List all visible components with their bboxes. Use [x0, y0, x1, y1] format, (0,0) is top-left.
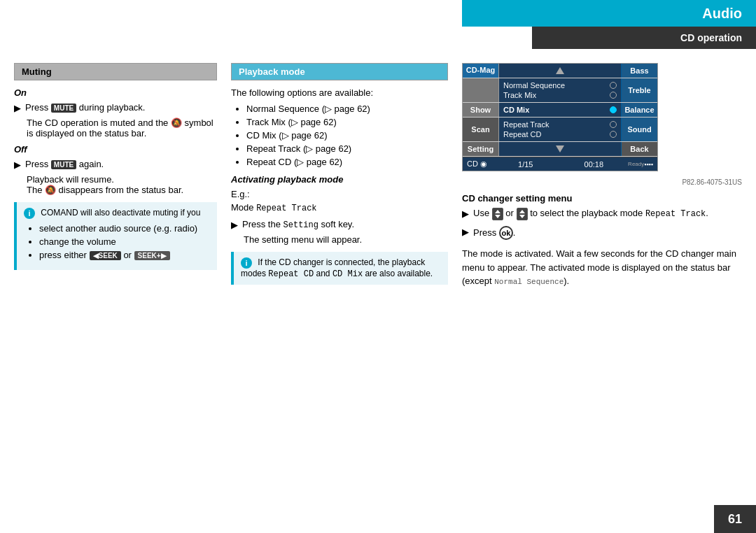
- option-2: Track Mix (▷ page 62): [246, 117, 448, 127]
- cd-signal: ▪▪▪▪: [644, 161, 653, 168]
- tri-down-icon: [495, 215, 500, 218]
- setting-code: Setting: [284, 220, 318, 230]
- cd-row-5: Setting Back: [463, 142, 657, 157]
- cd-top-center: [499, 64, 621, 78]
- bullet-item-3: press either ◀SEEK or SEEK+▶: [39, 250, 210, 260]
- cd-center-2: Normal Sequence Track Mix: [499, 78, 621, 102]
- track-mix-radio[interactable]: [610, 92, 617, 99]
- normal-seq-item: Normal Sequence: [503, 80, 617, 90]
- info-box-mid: i If the CD changer is connected, the pl…: [231, 252, 448, 285]
- mode-code: Repeat Track: [256, 204, 316, 213]
- option-3: CD Mix (▷ page 62): [246, 130, 448, 141]
- arrow-icon-4: ▶: [462, 208, 469, 219]
- result-text: The mode is activated. Wait a few second…: [462, 247, 742, 288]
- subheader-bar: CD operation: [532, 27, 756, 49]
- cd-bottom-row: CD ◉ 1/15 00:18 Ready ▪▪▪▪: [463, 157, 657, 171]
- cd-mix-radio[interactable]: [610, 106, 617, 113]
- off-step-1: ▶ Press MUTE again.: [14, 159, 217, 170]
- cd-interface: CD-Mag Bass Normal Sequence Track Mix: [462, 63, 658, 171]
- muting-section: Muting On ▶ Press MUTE during playback. …: [14, 63, 217, 498]
- cd-disc: CD ◉: [467, 159, 487, 169]
- repeat-cd-item: Repeat CD: [503, 129, 617, 139]
- cd-track: 1/15: [491, 160, 560, 169]
- repeat-cd-label: Repeat CD: [503, 130, 541, 138]
- on-step-1-desc: The CD operation is muted and the 🔕 symb…: [14, 118, 217, 138]
- part-number: P82.86-4075-31US: [462, 178, 742, 186]
- option-4: Repeat Track (▷ page 62): [246, 143, 448, 154]
- cd-center-3: CD Mix: [499, 103, 621, 117]
- tri-down-icon-2: [519, 215, 525, 218]
- activating-header: Activating playback mode: [231, 174, 448, 185]
- on-step-1: ▶ Press MUTE during playback.: [14, 102, 217, 113]
- scan-button[interactable]: Scan: [463, 118, 499, 141]
- bullet-item-2: change the volume: [39, 236, 210, 247]
- cd-mix-code: CD Mix: [332, 269, 363, 279]
- cd-empty-left: [463, 78, 499, 102]
- arrow-icon-5: ▶: [462, 227, 469, 237]
- tri-up-icon: [495, 210, 500, 213]
- repeat-cd-radio[interactable]: [610, 131, 617, 138]
- mute-badge-2: MUTE: [51, 160, 76, 169]
- ready-label: Ready: [628, 161, 644, 167]
- bass-button[interactable]: Bass: [621, 64, 657, 78]
- cd-top-row: CD-Mag Bass: [463, 64, 657, 78]
- balance-button[interactable]: Balance: [621, 103, 657, 117]
- info-box-left: i COMAND will also deactivate muting if …: [14, 202, 217, 270]
- repeat-track-code: Repeat Track: [645, 209, 706, 219]
- ok-badge: ok: [499, 226, 513, 240]
- repeat-track-item: Repeat Track: [503, 120, 617, 129]
- mute-badge: MUTE: [51, 104, 76, 113]
- mid-step-1-text: Press the Setting soft key.: [242, 219, 354, 230]
- arrow-icon-2: ▶: [14, 159, 21, 170]
- normal-seq-label: Normal Sequence: [503, 81, 565, 90]
- cd-center-4: Repeat Track Repeat CD: [499, 118, 621, 141]
- info-text: COMAND will also deactivate muting if yo…: [41, 208, 200, 218]
- repeat-track-radio[interactable]: [610, 121, 617, 128]
- header-bar: Audio: [462, 0, 756, 27]
- cd-changer-title: CD changer setting menu: [462, 193, 742, 204]
- on-step-1-text: Press MUTE during playback.: [25, 102, 145, 113]
- cd-time: 00:18: [560, 160, 629, 169]
- off-step-1-text: Press MUTE again.: [25, 159, 104, 169]
- seek-minus-badge: ◀SEEK: [90, 251, 121, 260]
- page-number: 61: [714, 505, 756, 533]
- right-step-1-text: Use or to select the playback mode Repea…: [473, 208, 708, 220]
- cd-row-4: Scan Repeat Track Repeat CD Sound: [463, 118, 657, 142]
- option-1: Normal Sequence (▷ page 62): [246, 104, 448, 114]
- cd-mag-label: CD-Mag: [463, 64, 499, 78]
- info-text-mid: If the CD changer is connected, the play…: [241, 257, 433, 278]
- info-icon: i: [24, 208, 35, 219]
- right-step-2: ▶ Press ok.: [462, 226, 742, 240]
- playback-section: Playback mode The following options are …: [231, 63, 448, 498]
- sound-button[interactable]: Sound: [621, 118, 657, 141]
- right-section: CD-Mag Bass Normal Sequence Track Mix: [462, 63, 742, 498]
- cd-row-2: Normal Sequence Track Mix Treble: [463, 78, 657, 103]
- bullet-item-1: select another audio source (e.g. radio): [39, 223, 210, 234]
- triangle-down-icon: [556, 145, 564, 152]
- mid-step-1: ▶ Press the Setting soft key.: [231, 219, 448, 230]
- normal-seq-radio[interactable]: [610, 82, 617, 89]
- cd-row-3: Show CD Mix Balance: [463, 103, 657, 118]
- cd-mix-item: CD Mix: [503, 105, 617, 115]
- playback-header: Playback mode: [231, 63, 448, 80]
- back-button[interactable]: Back: [621, 142, 657, 156]
- treble-button[interactable]: Treble: [621, 78, 657, 102]
- arrow-icon: ▶: [14, 103, 21, 113]
- mid-step-1-desc: The setting menu will appear.: [231, 234, 448, 245]
- arrow-icon-3: ▶: [231, 220, 238, 230]
- up-down-arrows: [492, 208, 503, 220]
- up-down-arrows-2: [517, 208, 528, 220]
- info-icon-2: i: [241, 257, 252, 269]
- cd-center-5: [499, 142, 621, 156]
- cd-mix-label: CD Mix: [503, 106, 529, 114]
- show-button[interactable]: Show: [463, 103, 499, 117]
- right-step-2-text: Press ok.: [473, 226, 515, 240]
- track-mix-item: Track Mix: [503, 90, 617, 100]
- page-title: Audio: [702, 6, 742, 22]
- normal-seq-code: Normal Sequence: [494, 278, 564, 286]
- eg-label: E.g.:: [231, 189, 448, 199]
- mode-label: Mode Repeat Track: [231, 202, 448, 213]
- playback-options-list: Normal Sequence (▷ page 62) Track Mix (▷…: [231, 104, 448, 167]
- setting-button[interactable]: Setting: [463, 142, 499, 156]
- main-content: Muting On ▶ Press MUTE during playback. …: [14, 63, 742, 498]
